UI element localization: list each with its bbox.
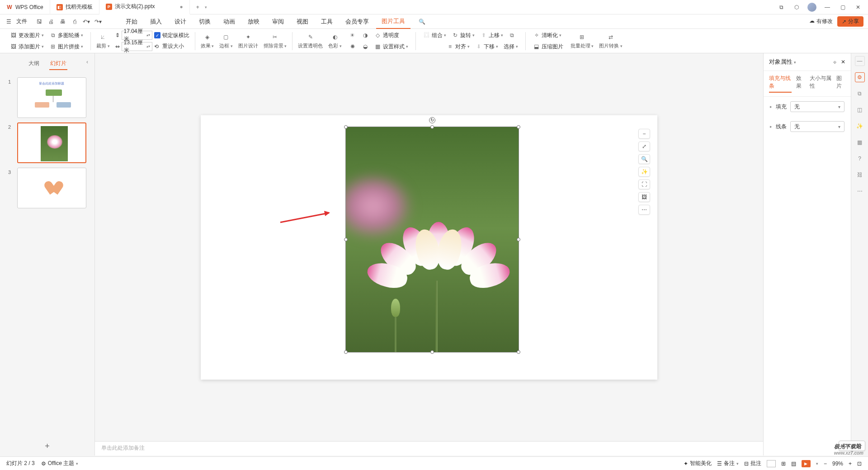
contrast-down[interactable]: ◒ <box>360 42 371 51</box>
view-normal-button[interactable] <box>767 460 776 467</box>
menu-icon[interactable]: ☰ <box>5 18 13 26</box>
cloud-sync[interactable]: ☁有修改 <box>809 18 833 25</box>
sidebar-magic-icon[interactable]: ✨ <box>855 121 865 131</box>
collapse-panel-icon[interactable]: ‹ <box>86 59 88 65</box>
float-zoom-out[interactable]: − <box>638 129 650 139</box>
close-panel-icon[interactable]: ✕ <box>841 59 845 65</box>
rotate-button[interactable]: ↻旋转 <box>450 31 476 40</box>
float-more[interactable]: ⋯ <box>638 205 650 215</box>
close-icon[interactable]: ✕ <box>854 3 863 12</box>
rotate-handle[interactable] <box>429 117 435 123</box>
print-icon[interactable]: 🖶 <box>59 18 67 26</box>
sidebar-more-icon[interactable]: ⋯ <box>855 186 865 196</box>
slide-thumb-3[interactable]: 3 <box>8 168 86 208</box>
view-read-button[interactable]: ▤ <box>791 461 796 467</box>
slide[interactable]: − ⤢ 🔍 ✨ ⛶ 🖼 ⋯ <box>201 115 657 380</box>
expand-line[interactable]: ▸ <box>770 124 772 129</box>
file-menu[interactable]: 文件 <box>16 18 27 25</box>
slide-canvas[interactable]: − ⤢ 🔍 ✨ ⛶ 🖼 ⋯ <box>95 53 763 441</box>
play-dropdown-icon[interactable]: ▾ <box>816 461 818 466</box>
image-design-button[interactable]: ✦图片设计 <box>236 33 261 49</box>
color-button[interactable]: ◐色彩 <box>326 33 344 49</box>
print-preview-icon[interactable]: ⎙ <box>71 18 79 26</box>
align-button[interactable]: ≡对齐 <box>445 42 472 52</box>
sidebar-layout-icon[interactable]: ▦ <box>855 137 865 147</box>
lock-ratio-check[interactable]: ✓ <box>154 32 160 38</box>
redo-icon[interactable]: ↷▾ <box>94 18 102 26</box>
tab-member[interactable]: 会员专享 <box>340 15 374 28</box>
sidebar-sliders-icon[interactable]: ⚙ <box>855 72 865 82</box>
float-crop[interactable]: ⤢ <box>638 141 650 151</box>
slide-thumb-2[interactable]: 2 <box>8 122 86 163</box>
pin-icon[interactable]: ⟐ <box>833 59 836 65</box>
width-input[interactable]: 13.15厘米▴▾ <box>122 42 152 51</box>
sidebar-clone-icon[interactable]: ⧉ <box>855 89 865 99</box>
cube-icon[interactable]: ⬡ <box>792 3 801 12</box>
effects-button[interactable]: ◈效果 <box>198 33 217 49</box>
properties-title[interactable]: 对象属性 <box>769 58 796 66</box>
tab-review[interactable]: 审阅 <box>267 15 289 28</box>
app-tab-template[interactable]: ◧ 找稻壳模板 <box>50 0 99 14</box>
expand-fill[interactable]: ▸ <box>770 104 772 109</box>
resize-handle-e[interactable] <box>517 238 520 241</box>
outline-tab[interactable]: 大纲 <box>28 58 40 70</box>
tab-view[interactable]: 视图 <box>291 15 314 28</box>
contrast-up[interactable]: ◑ <box>360 31 371 40</box>
batch-button[interactable]: ⊞批量处理 <box>568 33 597 49</box>
float-image[interactable]: 🖼 <box>638 192 650 202</box>
collapse-prop-button[interactable]: — <box>855 56 865 66</box>
beautify-button[interactable]: ✦智能美化 <box>684 460 712 467</box>
compress-button[interactable]: ⬓压缩图片 <box>531 42 565 52</box>
undo-icon[interactable]: ↶▾ <box>82 18 90 26</box>
selected-image[interactable] <box>345 127 519 352</box>
remove-bg-button[interactable]: ✂抠除背景 <box>261 33 290 49</box>
zoom-in-button[interactable]: + <box>849 461 852 467</box>
slides-tab[interactable]: 幻灯片 <box>49 58 67 70</box>
multi-image-button[interactable]: ⧉多图轮播 <box>47 31 85 40</box>
line-select[interactable]: 无 <box>790 121 844 132</box>
move-down-button[interactable]: ⬇下移 <box>473 42 500 52</box>
brightness-down[interactable]: ✺ <box>347 42 358 51</box>
save-icon[interactable]: 🖫 <box>35 18 43 26</box>
tab-animation[interactable]: 动画 <box>218 15 241 28</box>
slide-position[interactable]: 幻灯片 2 / 3 <box>6 460 35 467</box>
sharpen-button[interactable]: ✧清晰化 <box>531 31 563 40</box>
brightness-up[interactable]: ☀ <box>347 31 358 40</box>
share-button[interactable]: ↗分享 <box>837 16 863 27</box>
view-sorter-button[interactable]: ⊞ <box>781 461 786 467</box>
tab-transition[interactable]: 切换 <box>193 15 216 28</box>
resize-handle-ne[interactable] <box>517 125 520 129</box>
resize-handle-sw[interactable] <box>344 350 348 354</box>
tab-effects[interactable]: 效果 <box>796 75 805 93</box>
crop-button[interactable]: ⟀裁剪 <box>94 33 113 49</box>
slide-thumb-1[interactable]: 1 量击此处添加标题 <box>8 77 86 118</box>
add-slide-button[interactable]: + <box>0 437 94 456</box>
float-fit[interactable]: ⛶ <box>638 179 650 189</box>
minimize-icon[interactable]: — <box>823 3 832 12</box>
zoom-label[interactable]: 99% <box>832 461 843 467</box>
notes-toggle[interactable]: ☰备注 <box>717 460 739 467</box>
resize-handle-se[interactable] <box>517 350 520 354</box>
tab-picture-tools[interactable]: 图片工具 <box>376 14 410 29</box>
app-tab-wps[interactable]: W WPS Office <box>0 0 50 14</box>
tab-tools[interactable]: 工具 <box>316 15 338 28</box>
move-up-button[interactable]: ⬆上移 <box>478 31 505 40</box>
window-restore-icon[interactable]: ⧉ <box>777 3 786 12</box>
set-style-button[interactable]: ▦设置样式 <box>373 42 410 52</box>
zoom-out-button[interactable]: − <box>824 461 827 467</box>
resize-handle-w[interactable] <box>344 238 348 241</box>
float-zoom[interactable]: 🔍 <box>638 154 650 164</box>
image-join-button[interactable]: ⊞图片拼接 <box>47 42 85 52</box>
play-button[interactable]: ▶ <box>802 460 811 467</box>
tab-slideshow[interactable]: 放映 <box>242 15 265 28</box>
set-transparent-button[interactable]: ✎设置透明色 <box>295 33 326 49</box>
tab-start[interactable]: 开始 <box>120 15 143 28</box>
sidebar-help-icon[interactable]: ? <box>855 154 865 164</box>
transparency-button[interactable]: ◇透明度 <box>373 31 401 40</box>
resize-handle-s[interactable] <box>430 350 434 354</box>
sidebar-box-icon[interactable]: ◫ <box>855 105 865 115</box>
theme-name[interactable]: ⚙Office 主题 ▾ <box>41 460 78 467</box>
tab-insert[interactable]: 插入 <box>145 15 167 28</box>
border-button[interactable]: ▢边框 <box>217 33 236 49</box>
add-image-button[interactable]: 🖼添加图片 <box>8 42 46 52</box>
